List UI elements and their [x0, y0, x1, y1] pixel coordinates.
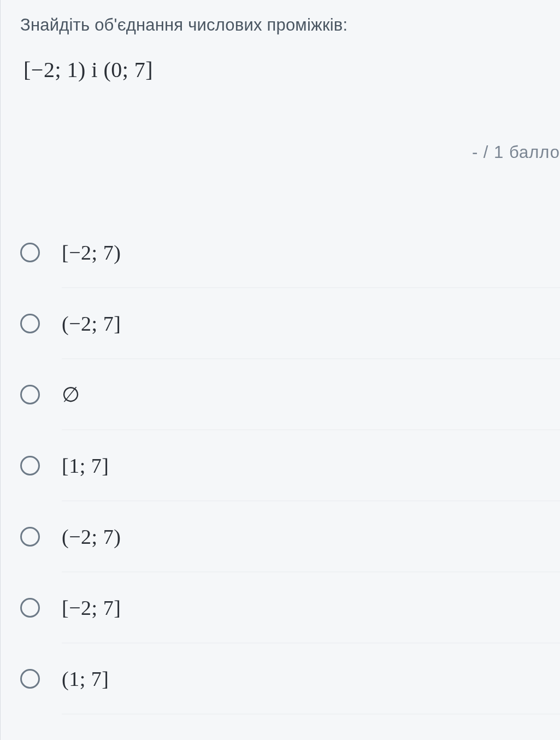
options-list: [−2; 7) (−2; 7] ∅ [1; 7] (−2; 7): [20, 217, 560, 714]
option-label-wrapper: ∅: [62, 359, 560, 430]
option-row-2[interactable]: ∅: [20, 359, 560, 430]
radio-icon: [20, 243, 40, 262]
option-row-5[interactable]: [−2; 7]: [20, 572, 560, 643]
option-label-wrapper: (−2; 7]: [62, 288, 560, 359]
option-label: [1; 7]: [62, 454, 109, 478]
option-label-wrapper: (−2; 7): [62, 501, 560, 572]
radio-icon: [20, 314, 40, 333]
option-label: ∅: [62, 383, 80, 407]
option-label: [−2; 7]: [62, 596, 121, 620]
option-label: (−2; 7): [62, 525, 121, 549]
score-display: - / 1 балло: [20, 143, 560, 162]
option-row-1[interactable]: (−2; 7]: [20, 288, 560, 359]
option-row-3[interactable]: [1; 7]: [20, 430, 560, 501]
option-label-wrapper: [1; 7]: [62, 430, 560, 501]
question-prompt: Знайдіть об'єднання числових проміжків:: [20, 15, 560, 35]
option-label: [−2; 7): [62, 240, 121, 265]
option-label-wrapper: [−2; 7): [62, 217, 560, 288]
question-expression: [−2; 1) і (0; 7]: [23, 57, 560, 83]
radio-icon: [20, 598, 40, 618]
option-label: (1; 7]: [62, 667, 109, 691]
radio-icon: [20, 385, 40, 404]
option-row-0[interactable]: [−2; 7): [20, 217, 560, 288]
option-row-4[interactable]: (−2; 7): [20, 501, 560, 572]
option-label-wrapper: [−2; 7]: [62, 572, 560, 643]
option-row-6[interactable]: (1; 7]: [20, 643, 560, 714]
radio-icon: [20, 527, 40, 547]
option-label-wrapper: (1; 7]: [62, 643, 560, 714]
question-container: Знайдіть об'єднання числових проміжків: …: [1, 0, 560, 714]
radio-icon: [20, 456, 40, 475]
option-label: (−2; 7]: [62, 312, 121, 336]
radio-icon: [20, 669, 40, 689]
